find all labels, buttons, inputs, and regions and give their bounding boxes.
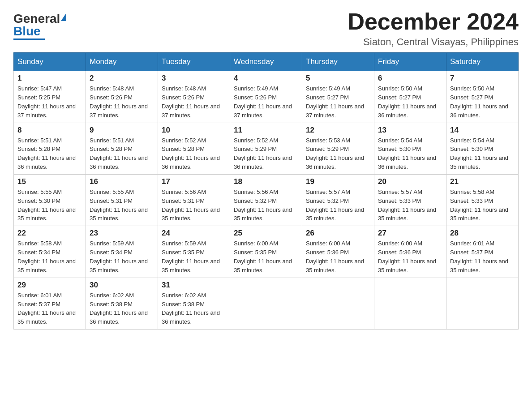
day-info: Sunrise: 6:00 AMSunset: 5:36 PMDaylight:…	[306, 240, 364, 274]
day-number: 27	[378, 229, 442, 238]
day-info: Sunrise: 5:50 AMSunset: 5:27 PMDaylight:…	[450, 85, 508, 119]
day-info: Sunrise: 6:00 AMSunset: 5:35 PMDaylight:…	[234, 240, 292, 274]
day-number: 1	[17, 74, 82, 83]
day-number: 4	[234, 74, 298, 83]
calendar-cell: 22 Sunrise: 5:58 AMSunset: 5:34 PMDaylig…	[14, 226, 86, 278]
calendar-week-row: 22 Sunrise: 5:58 AMSunset: 5:34 PMDaylig…	[14, 226, 519, 278]
day-info: Sunrise: 5:56 AMSunset: 5:31 PMDaylight:…	[162, 188, 220, 222]
day-number: 25	[234, 229, 298, 238]
day-number: 23	[90, 229, 154, 238]
day-info: Sunrise: 5:52 AMSunset: 5:28 PMDaylight:…	[162, 137, 220, 171]
calendar-cell: 11 Sunrise: 5:52 AMSunset: 5:29 PMDaylig…	[230, 123, 302, 174]
title-block: December 2024 Siaton, Central Visayas, P…	[348, 9, 519, 48]
day-info: Sunrise: 5:51 AMSunset: 5:28 PMDaylight:…	[90, 137, 148, 171]
calendar-cell	[374, 278, 446, 329]
calendar-header-tuesday: Tuesday	[158, 53, 230, 71]
day-info: Sunrise: 5:56 AMSunset: 5:32 PMDaylight:…	[234, 188, 292, 222]
day-info: Sunrise: 6:00 AMSunset: 5:36 PMDaylight:…	[378, 240, 436, 274]
calendar-cell: 2 Sunrise: 5:48 AMSunset: 5:26 PMDayligh…	[86, 71, 158, 123]
calendar-cell: 27 Sunrise: 6:00 AMSunset: 5:36 PMDaylig…	[374, 226, 446, 278]
day-info: Sunrise: 5:59 AMSunset: 5:34 PMDaylight:…	[90, 240, 148, 274]
day-number: 18	[234, 177, 298, 186]
day-info: Sunrise: 5:54 AMSunset: 5:30 PMDaylight:…	[378, 137, 436, 171]
day-info: Sunrise: 5:58 AMSunset: 5:34 PMDaylight:…	[17, 240, 76, 274]
day-info: Sunrise: 6:02 AMSunset: 5:38 PMDaylight:…	[162, 292, 220, 325]
day-number: 12	[306, 126, 370, 135]
calendar-cell: 16 Sunrise: 5:55 AMSunset: 5:31 PMDaylig…	[86, 174, 158, 226]
day-number: 31	[162, 281, 226, 290]
day-number: 17	[162, 177, 226, 186]
calendar-cell: 15 Sunrise: 5:55 AMSunset: 5:30 PMDaylig…	[14, 174, 86, 226]
day-info: Sunrise: 6:01 AMSunset: 5:37 PMDaylight:…	[450, 240, 508, 274]
calendar-cell: 10 Sunrise: 5:52 AMSunset: 5:28 PMDaylig…	[158, 123, 230, 174]
day-number: 6	[378, 74, 442, 83]
calendar-header-wednesday: Wednesday	[230, 53, 302, 71]
calendar-cell: 28 Sunrise: 6:01 AMSunset: 5:37 PMDaylig…	[446, 226, 519, 278]
day-info: Sunrise: 5:57 AMSunset: 5:32 PMDaylight:…	[306, 188, 364, 222]
calendar-cell: 24 Sunrise: 5:59 AMSunset: 5:35 PMDaylig…	[158, 226, 230, 278]
calendar-cell: 18 Sunrise: 5:56 AMSunset: 5:32 PMDaylig…	[230, 174, 302, 226]
page-header: General Blue December 2024 Siaton, Centr…	[13, 9, 519, 48]
calendar-cell: 6 Sunrise: 5:50 AMSunset: 5:27 PMDayligh…	[374, 71, 446, 123]
day-number: 30	[90, 281, 154, 290]
day-info: Sunrise: 6:01 AMSunset: 5:37 PMDaylight:…	[17, 292, 76, 325]
day-number: 2	[90, 74, 154, 83]
day-number: 22	[17, 229, 82, 238]
day-info: Sunrise: 5:49 AMSunset: 5:27 PMDaylight:…	[306, 85, 364, 119]
day-number: 13	[378, 126, 442, 135]
calendar-cell: 26 Sunrise: 6:00 AMSunset: 5:36 PMDaylig…	[302, 226, 374, 278]
calendar-week-row: 15 Sunrise: 5:55 AMSunset: 5:30 PMDaylig…	[14, 174, 519, 226]
day-info: Sunrise: 5:49 AMSunset: 5:26 PMDaylight:…	[234, 85, 292, 119]
calendar-header-thursday: Thursday	[302, 53, 374, 71]
day-info: Sunrise: 5:52 AMSunset: 5:29 PMDaylight:…	[234, 137, 292, 171]
day-info: Sunrise: 6:02 AMSunset: 5:38 PMDaylight:…	[90, 292, 148, 325]
day-info: Sunrise: 5:57 AMSunset: 5:33 PMDaylight:…	[378, 188, 436, 222]
day-number: 21	[450, 177, 515, 186]
calendar-week-row: 29 Sunrise: 6:01 AMSunset: 5:37 PMDaylig…	[14, 278, 519, 329]
calendar-cell: 25 Sunrise: 6:00 AMSunset: 5:35 PMDaylig…	[230, 226, 302, 278]
day-info: Sunrise: 5:59 AMSunset: 5:35 PMDaylight:…	[162, 240, 220, 274]
day-number: 28	[450, 229, 515, 238]
logo-general-text: General	[13, 13, 60, 25]
calendar-cell: 30 Sunrise: 6:02 AMSunset: 5:38 PMDaylig…	[86, 278, 158, 329]
day-number: 26	[306, 229, 370, 238]
day-number: 7	[450, 74, 515, 83]
day-info: Sunrise: 5:58 AMSunset: 5:33 PMDaylight:…	[450, 188, 508, 222]
calendar-cell: 17 Sunrise: 5:56 AMSunset: 5:31 PMDaylig…	[158, 174, 230, 226]
day-number: 16	[90, 177, 154, 186]
day-number: 5	[306, 74, 370, 83]
calendar-cell: 7 Sunrise: 5:50 AMSunset: 5:27 PMDayligh…	[446, 71, 519, 123]
day-number: 14	[450, 126, 515, 135]
calendar-cell: 23 Sunrise: 5:59 AMSunset: 5:34 PMDaylig…	[86, 226, 158, 278]
calendar-cell	[230, 278, 302, 329]
day-number: 8	[17, 126, 82, 135]
day-info: Sunrise: 5:55 AMSunset: 5:31 PMDaylight:…	[90, 188, 148, 222]
day-info: Sunrise: 5:50 AMSunset: 5:27 PMDaylight:…	[378, 85, 436, 119]
calendar-cell	[302, 278, 374, 329]
calendar-cell: 4 Sunrise: 5:49 AMSunset: 5:26 PMDayligh…	[230, 71, 302, 123]
day-number: 20	[378, 177, 442, 186]
day-number: 15	[17, 177, 82, 186]
logo-triangle-icon	[61, 13, 66, 21]
calendar-cell: 29 Sunrise: 6:01 AMSunset: 5:37 PMDaylig…	[14, 278, 86, 329]
day-number: 10	[162, 126, 226, 135]
day-number: 19	[306, 177, 370, 186]
day-info: Sunrise: 5:55 AMSunset: 5:30 PMDaylight:…	[17, 188, 76, 222]
day-number: 24	[162, 229, 226, 238]
day-number: 9	[90, 126, 154, 135]
calendar-header-row: SundayMondayTuesdayWednesdayThursdayFrid…	[14, 53, 519, 71]
calendar-cell: 1 Sunrise: 5:47 AMSunset: 5:25 PMDayligh…	[14, 71, 86, 123]
day-info: Sunrise: 5:53 AMSunset: 5:29 PMDaylight:…	[306, 137, 364, 171]
day-info: Sunrise: 5:48 AMSunset: 5:26 PMDaylight:…	[90, 85, 148, 119]
logo-blue-text: Blue	[13, 24, 41, 38]
day-info: Sunrise: 5:54 AMSunset: 5:30 PMDaylight:…	[450, 137, 508, 171]
calendar-cell: 14 Sunrise: 5:54 AMSunset: 5:30 PMDaylig…	[446, 123, 519, 174]
calendar-header-saturday: Saturday	[446, 53, 519, 71]
calendar-cell: 9 Sunrise: 5:51 AMSunset: 5:28 PMDayligh…	[86, 123, 158, 174]
calendar-cell: 19 Sunrise: 5:57 AMSunset: 5:32 PMDaylig…	[302, 174, 374, 226]
calendar-table: SundayMondayTuesdayWednesdayThursdayFrid…	[13, 52, 519, 330]
calendar-cell: 31 Sunrise: 6:02 AMSunset: 5:38 PMDaylig…	[158, 278, 230, 329]
month-year-title: December 2024	[348, 9, 519, 34]
calendar-cell: 21 Sunrise: 5:58 AMSunset: 5:33 PMDaylig…	[446, 174, 519, 226]
calendar-cell	[446, 278, 519, 329]
